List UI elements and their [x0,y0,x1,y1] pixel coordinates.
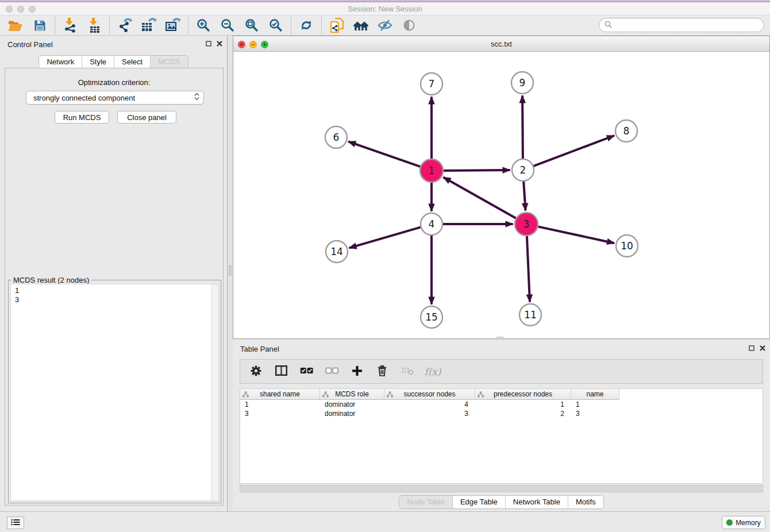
memory-status-dot [726,519,733,526]
deselect-checkboxes-button[interactable] [322,362,341,381]
graph-edge-2-9[interactable] [522,96,523,159]
graph-edge-2-3[interactable] [523,182,525,211]
table-cell[interactable]: 1 [475,400,571,409]
close-panel-button[interactable]: Close panel [117,111,176,124]
export-network-button[interactable] [113,16,137,34]
node-label: 9 [519,77,526,88]
graph-edge-3-1[interactable] [444,178,517,218]
table-cell[interactable]: dominator [320,409,384,418]
column-header-successor-nodes[interactable]: successor nodes [384,389,475,400]
column-header-mcds-role[interactable]: MCDS role [320,389,384,400]
table-row[interactable]: 3dominator323 [240,409,763,418]
toolbar-separator [291,17,291,34]
network-canvas[interactable]: 7968124314101511 [233,52,769,338]
graph-edge-2-8[interactable] [533,136,614,166]
table-cell[interactable]: 3 [384,409,475,418]
tab-node-table[interactable]: Node Table [399,496,452,508]
mcds-result-list[interactable]: 13 [10,284,219,501]
table-scrollbar-track[interactable] [240,485,763,492]
control-panel-title: Control Panel [7,40,53,49]
hide-eye-button[interactable] [373,16,397,34]
float-panel-icon[interactable] [206,41,211,47]
graph-node-2[interactable]: 2 [512,159,534,181]
tab-network-table[interactable]: Network Table [505,496,568,508]
delete-table-button [398,362,417,381]
export-table-button[interactable] [137,16,161,34]
column-header-predecessor-nodes[interactable]: predecessor nodes [475,389,571,400]
table-cell[interactable]: 3 [240,409,320,418]
table-cell[interactable]: 3 [571,409,619,418]
bottom-splitter-grip[interactable] [496,337,503,340]
graph-edge-1-6[interactable] [348,141,420,167]
result-scrollbar[interactable] [211,284,218,500]
add-column-button[interactable] [347,362,367,381]
import-network-button[interactable] [58,16,82,34]
show-eye-button[interactable] [397,16,421,34]
delete-column-icon [378,365,387,378]
search-box[interactable] [599,18,764,32]
tab-mcds[interactable]: MCDS [150,56,187,68]
graph-edge-1-2[interactable] [444,170,510,171]
graph-node-8[interactable]: 8 [615,120,637,142]
table-cell[interactable]: 4 [384,400,475,409]
close-panel-icon[interactable] [760,345,765,351]
column-header-shared-name[interactable]: shared name [240,389,320,400]
open-session-button[interactable] [3,16,28,34]
tab-network[interactable]: Network [39,56,82,68]
graph-node-3[interactable]: 3 [515,213,538,236]
float-panel-icon[interactable] [749,345,754,351]
node-label: 1 [429,165,435,176]
table-cell[interactable]: dominator [320,400,384,409]
clone-network-button[interactable] [325,16,349,34]
zoom-fit-button[interactable] [240,16,264,34]
graph-node-11[interactable]: 11 [519,304,541,326]
panel-splitter[interactable] [228,36,233,511]
table-cell[interactable]: 1 [571,400,619,409]
toolbar-separator [109,17,110,34]
table-row[interactable]: 1dominator411 [240,400,763,409]
save-session-button[interactable] [28,16,52,34]
tab-select[interactable]: Select [114,56,150,68]
toolbar-separator [55,17,55,34]
run-mcds-button[interactable]: Run MCDS [55,111,109,124]
memory-button[interactable]: Memory [722,516,765,529]
graph-node-4[interactable]: 4 [421,213,442,235]
optimization-criterion-label: Optimization criterion: [5,78,223,87]
zoom-selected-button[interactable] [264,16,288,34]
tab-style[interactable]: Style [82,56,114,68]
table-cell[interactable]: 2 [475,409,571,418]
export-image-button[interactable] [161,16,185,34]
graph-node-14[interactable]: 14 [326,241,348,263]
table-cell[interactable]: 1 [240,400,320,409]
node-label: 3 [523,218,530,230]
zoom-in-button[interactable] [191,16,215,34]
splitter-grip[interactable] [229,265,232,276]
column-view-button[interactable] [271,362,291,381]
column-header-name[interactable]: name [571,389,619,400]
settings-gear-button[interactable] [246,362,265,381]
delete-column-button[interactable] [372,362,392,381]
graph-node-15[interactable]: 15 [421,306,442,328]
graph-edge-4-14[interactable] [349,227,421,248]
task-history-button[interactable] [7,516,24,529]
graph-node-1[interactable]: 1 [420,159,443,182]
optimization-criterion-select[interactable]: strongly connected component [26,91,204,105]
graph-node-7[interactable]: 7 [421,73,442,95]
search-input[interactable] [615,20,764,31]
close-panel-icon[interactable] [217,41,222,47]
network-window-titlebar[interactable]: scc.txt [233,36,769,52]
import-table-button[interactable] [82,16,106,34]
graph-node-9[interactable]: 9 [511,72,533,94]
zoom-out-button[interactable] [215,16,240,34]
mcds-result-title: MCDS result (2 nodes) [11,276,91,284]
select-all-checkboxes-button[interactable] [297,362,316,381]
tab-edge-table[interactable]: Edge Table [452,496,505,508]
tab-motifs[interactable]: Motifs [568,496,603,508]
apply-layout-button[interactable] [294,16,318,34]
home-button[interactable] [349,16,373,34]
graph-edge-3-10[interactable] [538,226,614,243]
node-table: shared nameMCDS rolesuccessor nodesprede… [240,388,763,484]
graph-edge-3-11[interactable] [527,236,530,302]
graph-node-6[interactable]: 6 [325,126,347,148]
graph-node-10[interactable]: 10 [616,235,638,257]
